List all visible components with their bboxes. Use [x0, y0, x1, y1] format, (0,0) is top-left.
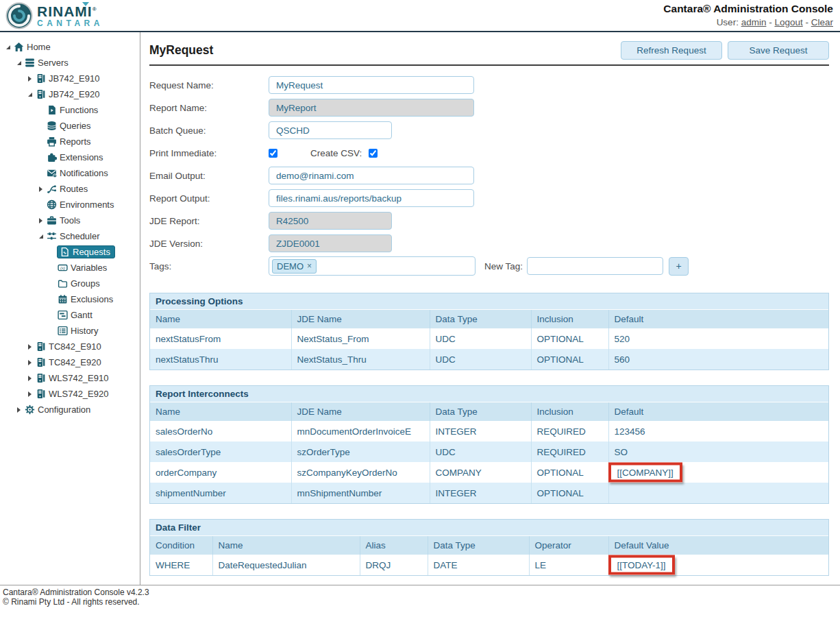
printer-icon [47, 136, 57, 147]
tree-expand-icon[interactable] [36, 186, 46, 192]
sidebar-item-history[interactable]: History [0, 323, 140, 339]
request-name-field[interactable] [269, 76, 474, 94]
sidebar-item-jb742-e910[interactable]: JB742_E910 [0, 71, 140, 86]
table-row[interactable]: salesOrderTypeszOrderTypeUDCREQUIREDSO [150, 441, 828, 462]
selected-item-chip: Requests [57, 245, 115, 258]
document-icon [60, 247, 70, 257]
tree-expand-icon[interactable] [14, 407, 24, 413]
sidebar-item-wls742-e910[interactable]: WLS742_E910 [0, 370, 140, 386]
gantt-icon [58, 310, 68, 320]
sidebar-item-environments[interactable]: Environments [0, 197, 140, 213]
brand-logo: RINAMI® CANTARA [5, 2, 103, 29]
tag-chip[interactable]: DEMO× [272, 259, 317, 274]
tree-collapse-icon[interactable] [3, 45, 13, 49]
remove-tag-icon[interactable]: × [307, 261, 312, 271]
table-row[interactable]: nextStatusThruNextStatus_ThruUDCOPTIONAL… [150, 349, 828, 370]
sidebar-item-exclusions[interactable]: Exclusions [0, 291, 140, 307]
sidebar-item-queries[interactable]: Queries [0, 118, 140, 134]
tree-collapse-icon[interactable] [25, 93, 35, 97]
jde-report-label: JDE Report: [149, 216, 269, 226]
sidebar-item-groups[interactable]: Groups [0, 276, 140, 291]
add-tag-button[interactable]: + [669, 257, 689, 276]
table-title: Processing Options [150, 293, 828, 310]
batch-queue-field[interactable] [269, 121, 392, 139]
sidebar-item-requests[interactable]: Requests [0, 244, 140, 260]
report-name-field [269, 99, 474, 117]
annotation-highlight-today: [[TODAY-1]] [608, 555, 675, 575]
table-title: Data Filter [150, 520, 828, 536]
sidebar-item-jb742-e920[interactable]: JB742_E920 [0, 86, 140, 102]
column-header: Default [608, 402, 828, 421]
request-name-label: Request Name: [149, 80, 269, 90]
sidebar-item-gantt[interactable]: Gantt [0, 307, 140, 323]
table-row[interactable]: nextStatusFromNextStatus_FromUDCOPTIONAL… [150, 328, 828, 349]
tags-field[interactable]: DEMO× [269, 256, 475, 276]
column-header: Alias [360, 536, 428, 555]
new-tag-field[interactable] [527, 257, 663, 275]
server-icon [36, 389, 46, 399]
table-row[interactable]: WHEREDateRequestedJulianDRQJDATELE [[TOD… [150, 555, 828, 575]
sidebar-item-tc842-e920[interactable]: TC842_E920 [0, 354, 140, 370]
column-header: JDE Name [291, 402, 430, 421]
calendar-icon [58, 294, 68, 304]
sidebar-item-notifications[interactable]: Notifications [0, 165, 140, 181]
clear-link[interactable]: Clear [811, 17, 833, 27]
column-header: Condition [150, 536, 212, 555]
sidebar-item-routes[interactable]: Routes [0, 181, 140, 197]
report-output-field[interactable] [269, 189, 474, 207]
sidebar-item-variables[interactable]: (x)Variables [0, 260, 140, 276]
column-header: Data Type [430, 402, 531, 421]
tree-expand-icon[interactable] [36, 218, 46, 223]
title-divider [149, 64, 829, 66]
column-header: Data Type [430, 310, 531, 328]
user-link[interactable]: admin [741, 17, 767, 27]
save-request-button[interactable]: Save Request [728, 41, 829, 60]
tree-expand-icon[interactable] [25, 360, 35, 365]
sidebar-item-servers[interactable]: Servers [0, 55, 140, 71]
table-row[interactable]: salesOrderNomnDocumentOrderInvoiceEINTEG… [150, 421, 828, 441]
sidebar-item-reports[interactable]: Reports [0, 134, 140, 149]
jde-version-field [269, 234, 392, 252]
footer-copyright: © Rinami Pty Ltd - All rights reserved. [3, 597, 840, 607]
sidebar-item-tools[interactable]: Tools [0, 213, 140, 228]
column-header: Name [212, 536, 360, 555]
user-label: User: [717, 17, 739, 27]
sidebar-item-configuration[interactable]: Configuration [0, 402, 140, 418]
tree-expand-icon[interactable] [25, 76, 35, 82]
variable-icon: (x) [58, 263, 68, 273]
table-row[interactable]: shipmentNumbermnShipmentNumberINTEGEROPT… [150, 483, 828, 503]
tree-collapse-icon[interactable] [14, 61, 24, 65]
tree-expand-icon[interactable] [25, 344, 35, 350]
history-icon [58, 326, 68, 336]
column-header: Data Type [428, 536, 529, 555]
report-name-label: Report Name: [149, 103, 269, 113]
email-output-field[interactable] [269, 167, 474, 184]
column-header: Default Value [608, 536, 828, 555]
refresh-request-button[interactable]: Refresh Request [621, 41, 722, 60]
logout-link[interactable]: Logout [774, 17, 802, 27]
sidebar-item-functions[interactable]: Functions [0, 102, 140, 118]
sidebar-item-wls742-e920[interactable]: WLS742_E920 [0, 386, 140, 402]
table-header-row: Condition Name Alias Data Type Operator … [150, 536, 828, 555]
sidebar-item-scheduler[interactable]: Scheduler [0, 228, 140, 244]
jde-report-field [269, 212, 392, 230]
function-file-icon [47, 105, 57, 115]
server-icon [36, 73, 46, 84]
server-icon [36, 373, 46, 383]
sidebar-item-home[interactable]: Home [0, 39, 140, 55]
tree-collapse-icon[interactable] [36, 234, 46, 239]
print-immediate-checkbox[interactable] [269, 149, 277, 158]
create-csv-checkbox[interactable] [369, 149, 378, 158]
column-header: Inclusion [531, 310, 608, 328]
app-header: RINAMI® CANTARA Cantara® Administration … [0, 0, 840, 32]
table-row[interactable]: orderCompanyszCompanyKeyOrderNoCOMPANYOP… [150, 462, 828, 483]
sidebar-item-extensions[interactable]: Extensions [0, 149, 140, 165]
table-title: Report Interconnects [150, 386, 828, 402]
tree-expand-icon[interactable] [25, 391, 35, 397]
column-header: Operator [529, 536, 608, 555]
new-tag-label: New Tag: [484, 261, 523, 271]
rinami-swirl-icon [5, 2, 33, 29]
tree-expand-icon[interactable] [25, 376, 35, 381]
sidebar-item-tc842-e910[interactable]: TC842_E910 [0, 339, 140, 354]
server-icon [36, 357, 46, 367]
